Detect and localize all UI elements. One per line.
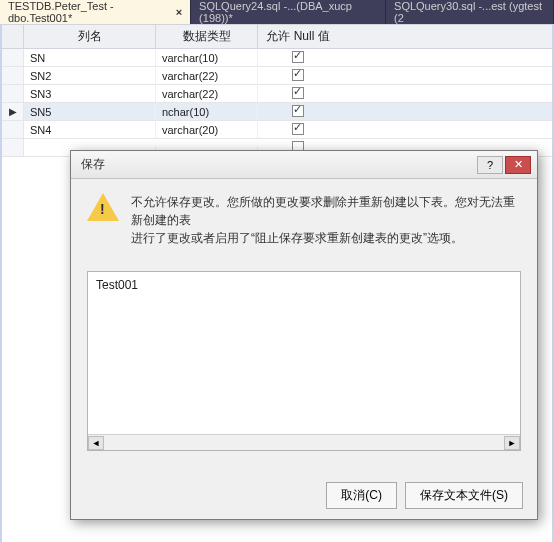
dialog-message: 不允许保存更改。您所做的更改要求删除并重新创建以下表。您对无法重新创建的表 进行… xyxy=(131,193,521,247)
cell-column-name[interactable]: SN5 xyxy=(24,104,156,120)
table-row[interactable]: SN2varchar(22) xyxy=(2,67,552,85)
cell-allow-nulls[interactable] xyxy=(258,103,338,121)
dialog-message-line2: 进行了更改或者启用了“阻止保存要求重新创建表的更改”选项。 xyxy=(131,229,521,247)
table-row[interactable]: ▶SN5nchar(10) xyxy=(2,103,552,121)
cell-data-type[interactable]: varchar(10) xyxy=(156,50,258,66)
scroll-right-button[interactable]: ► xyxy=(504,436,520,450)
dialog-titlebar[interactable]: 保存 ? ✕ xyxy=(71,151,537,179)
header-column-type[interactable]: 数据类型 xyxy=(156,25,258,48)
tab-close-icon[interactable]: × xyxy=(176,6,182,18)
cancel-button[interactable]: 取消(C) xyxy=(326,482,397,509)
cell-data-type[interactable]: varchar(22) xyxy=(156,86,258,102)
close-button[interactable]: ✕ xyxy=(505,156,531,174)
dialog-body: 不允许保存更改。您所做的更改要求删除并重新创建以下表。您对无法重新创建的表 进行… xyxy=(71,179,537,461)
tab-0[interactable]: TESTDB.Peter_Test - dbo.Test001*× xyxy=(0,0,191,24)
cell-allow-nulls[interactable] xyxy=(258,121,338,139)
list-item[interactable]: Test001 xyxy=(96,278,512,292)
save-dialog: 保存 ? ✕ 不允许保存更改。您所做的更改要求删除并重新创建以下表。您对无法重新… xyxy=(70,150,538,520)
dialog-message-line1: 不允许保存更改。您所做的更改要求删除并重新创建以下表。您对无法重新创建的表 xyxy=(131,193,521,229)
dialog-title-text: 保存 xyxy=(81,156,475,173)
table-row[interactable]: SN3varchar(22) xyxy=(2,85,552,103)
cell-data-type[interactable]: varchar(20) xyxy=(156,122,258,138)
row-gutter[interactable] xyxy=(2,67,24,84)
row-gutter[interactable] xyxy=(2,85,24,102)
tab-2[interactable]: SQLQuery30.sql -...est (ygtest (2 xyxy=(386,0,554,24)
cell-column-name[interactable]: SN4 xyxy=(24,122,156,138)
tab-label: TESTDB.Peter_Test - dbo.Test001* xyxy=(8,0,170,24)
allow-nulls-checkbox[interactable] xyxy=(292,123,304,135)
cell-data-type[interactable] xyxy=(156,146,258,150)
grid-header-row: 列名 数据类型 允许 Null 值 xyxy=(2,24,552,49)
row-gutter xyxy=(2,25,24,48)
h-scrollbar[interactable]: ◄ ► xyxy=(88,434,520,450)
tab-1[interactable]: SQLQuery24.sql -...(DBA_xucp (198))* xyxy=(191,0,386,24)
allow-nulls-checkbox[interactable] xyxy=(292,87,304,99)
table-row[interactable]: SN4varchar(20) xyxy=(2,121,552,139)
dialog-button-row: 取消(C) 保存文本文件(S) xyxy=(326,482,523,509)
warning-icon xyxy=(87,193,119,225)
allow-nulls-checkbox[interactable] xyxy=(292,51,304,63)
tab-label: SQLQuery30.sql -...est (ygtest (2 xyxy=(394,0,545,24)
affected-tables-list[interactable]: Test001 ◄ ► xyxy=(87,271,521,451)
cell-data-type[interactable]: varchar(22) xyxy=(156,68,258,84)
table-row[interactable]: SNvarchar(10) xyxy=(2,49,552,67)
cell-column-name[interactable]: SN2 xyxy=(24,68,156,84)
cell-allow-nulls[interactable] xyxy=(258,85,338,103)
current-row-arrow-icon: ▶ xyxy=(9,106,17,117)
cell-column-name[interactable] xyxy=(24,146,156,150)
row-gutter[interactable] xyxy=(2,139,24,156)
help-button[interactable]: ? xyxy=(477,156,503,174)
cell-column-name[interactable]: SN3 xyxy=(24,86,156,102)
cell-column-name[interactable]: SN xyxy=(24,50,156,66)
row-gutter[interactable]: ▶ xyxy=(2,103,24,120)
allow-nulls-checkbox[interactable] xyxy=(292,69,304,81)
column-grid: 列名 数据类型 允许 Null 值 SNvarchar(10)SN2varcha… xyxy=(2,24,552,157)
header-column-nulls[interactable]: 允许 Null 值 xyxy=(258,25,338,48)
tab-label: SQLQuery24.sql -...(DBA_xucp (198))* xyxy=(199,0,377,24)
row-gutter[interactable] xyxy=(2,121,24,138)
row-gutter[interactable] xyxy=(2,49,24,66)
cell-allow-nulls[interactable] xyxy=(258,49,338,67)
cell-allow-nulls[interactable] xyxy=(258,67,338,85)
scroll-left-button[interactable]: ◄ xyxy=(88,436,104,450)
allow-nulls-checkbox[interactable] xyxy=(292,105,304,117)
cell-data-type[interactable]: nchar(10) xyxy=(156,104,258,120)
save-text-file-button[interactable]: 保存文本文件(S) xyxy=(405,482,523,509)
header-column-name[interactable]: 列名 xyxy=(24,25,156,48)
tab-bar: TESTDB.Peter_Test - dbo.Test001*×SQLQuer… xyxy=(0,0,554,24)
